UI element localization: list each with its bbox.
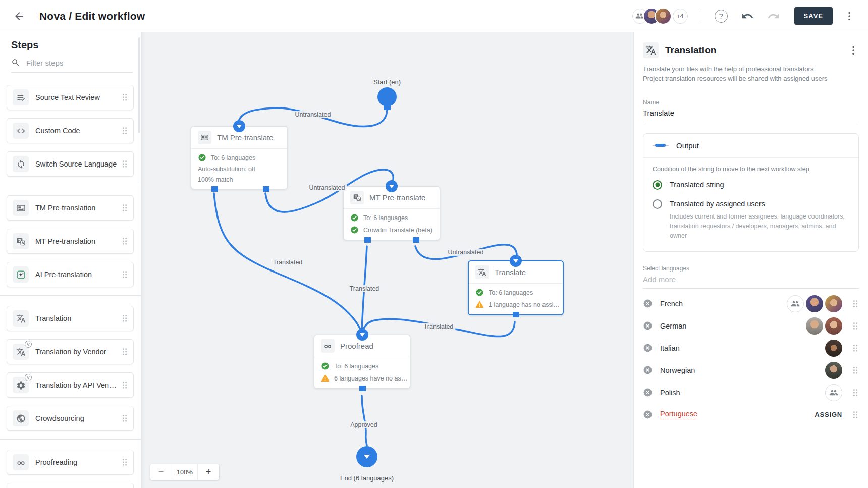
zoom-in-button[interactable]: + <box>198 464 219 480</box>
remove-language-icon[interactable] <box>643 365 653 375</box>
radio-translated-string[interactable]: Translated string <box>653 180 849 190</box>
sidebar-step-custom-code[interactable]: Custom Code <box>7 118 134 143</box>
output-connector[interactable] <box>513 312 519 317</box>
filter-steps-input[interactable] <box>26 59 133 67</box>
description-line: translation requestors / developers, man… <box>670 223 836 239</box>
drag-handle-icon[interactable] <box>121 414 128 423</box>
assignee-avatar[interactable] <box>806 295 823 312</box>
assignee-avatar[interactable] <box>825 340 842 357</box>
drag-handle-icon[interactable] <box>121 237 128 246</box>
sidebar-step-translation-by-api-vendor[interactable]: V Translation by API Ven… <box>7 372 134 398</box>
output-connector[interactable] <box>413 237 419 243</box>
node-proofread[interactable]: Proofread To: 6 languages 6 languages ha… <box>314 335 410 389</box>
team-avatar[interactable] <box>787 295 804 312</box>
output-connector[interactable] <box>364 237 371 243</box>
step-label: Custom Code <box>35 127 121 135</box>
drag-handle-icon[interactable] <box>852 388 859 397</box>
redo-icon[interactable] <box>767 10 780 23</box>
output-connector[interactable] <box>211 186 218 192</box>
drag-handle-icon[interactable] <box>852 366 859 375</box>
sidebar-step-proofreading[interactable]: Proofreading <box>7 450 134 475</box>
sidebar-step-translation[interactable]: Translation <box>7 306 134 331</box>
language-name: French <box>660 300 683 308</box>
drag-handle-icon[interactable] <box>121 381 128 390</box>
drag-handle-icon[interactable] <box>852 321 859 331</box>
panel-description: Translate your files with the help of pr… <box>643 65 859 84</box>
remove-language-icon[interactable] <box>643 410 653 419</box>
node-title: TM Pre-translate <box>217 133 274 142</box>
panel-options-icon[interactable] <box>848 45 859 56</box>
help-icon[interactable]: ? <box>715 10 728 23</box>
drag-handle-icon[interactable] <box>121 458 128 467</box>
radio-translated-by-assigned[interactable]: Translated by assigned users <box>653 199 849 209</box>
language-row-french: French <box>643 293 859 315</box>
radio-selected-icon[interactable] <box>653 180 662 190</box>
filter-steps-field[interactable] <box>11 58 133 73</box>
drag-handle-icon[interactable] <box>852 299 859 308</box>
remove-language-icon[interactable] <box>643 321 653 331</box>
start-node[interactable] <box>377 87 397 106</box>
sidebar-step-mt-pre-translation[interactable]: MT Pre-translation <box>7 229 134 254</box>
input-connector[interactable] <box>510 255 522 267</box>
sync-icon <box>13 156 29 172</box>
more-collaborators-badge[interactable]: +4 <box>673 9 688 24</box>
input-connector[interactable] <box>233 120 245 132</box>
assign-button[interactable]: ASSIGN <box>815 411 842 418</box>
sidebar-scrollbar[interactable] <box>138 37 140 133</box>
add-language-input[interactable] <box>643 272 859 289</box>
sidebar-step-crowdsourcing[interactable]: Crowdsourcing <box>7 406 134 431</box>
assignee-avatar[interactable] <box>825 295 842 312</box>
node-tm-pre-translate[interactable]: TM Pre-translate To: 6 languages Auto-su… <box>191 126 288 189</box>
drag-handle-icon[interactable] <box>852 344 859 353</box>
output-connector[interactable] <box>263 186 269 192</box>
drag-handle-icon[interactable] <box>121 314 128 323</box>
sidebar-step-partial[interactable] <box>7 483 134 488</box>
drag-handle-icon[interactable] <box>121 270 128 279</box>
drag-handle-icon[interactable] <box>121 93 128 102</box>
group-divider <box>0 185 141 185</box>
team-avatar[interactable] <box>825 384 842 401</box>
name-input[interactable] <box>643 106 859 122</box>
end-node[interactable] <box>356 446 377 467</box>
sidebar-step-translation-by-vendor[interactable]: V Translation by Vendor <box>7 339 134 364</box>
output-connector[interactable] <box>359 386 366 391</box>
node-translate[interactable]: Translate To: 6 languages 1 language has… <box>468 260 564 315</box>
assignee-avatar[interactable] <box>825 362 842 379</box>
drag-handle-icon[interactable] <box>121 347 128 356</box>
drag-handle-icon[interactable] <box>121 126 128 135</box>
workflow-canvas[interactable]: Untranslated Untranslated Untranslated T… <box>141 32 633 488</box>
globe-icon <box>13 410 29 426</box>
remove-language-icon[interactable] <box>643 388 653 397</box>
step-label: AI Pre-translation <box>35 270 121 279</box>
sidebar-step-source-text-review[interactable]: Source Text Review <box>7 85 134 110</box>
step-label: Source Text Review <box>35 93 121 101</box>
save-button[interactable]: SAVE <box>794 7 833 25</box>
remove-language-icon[interactable] <box>643 343 653 353</box>
step-label: MT Pre-translation <box>35 237 121 245</box>
input-connector[interactable] <box>356 329 368 341</box>
output-card: Output Condition of the string to move t… <box>643 133 859 252</box>
assignee-avatar[interactable] <box>825 317 842 335</box>
zoom-out-button[interactable]: − <box>150 464 172 480</box>
node-mt-pre-translate[interactable]: MT Pre-translate To: 6 languages Crowdin… <box>343 186 440 240</box>
avatar[interactable] <box>656 9 671 24</box>
radio-label: Translated by assigned users <box>670 200 765 208</box>
language-name: German <box>660 322 686 330</box>
back-icon[interactable] <box>13 10 25 22</box>
sidebar-step-tm-pre-translation[interactable]: TM Pre-translation <box>7 195 134 221</box>
description-line: Includes current and former assignees, l… <box>670 213 845 220</box>
radio-unselected-icon[interactable] <box>653 199 662 209</box>
assignee-avatar[interactable] <box>806 317 823 335</box>
drag-handle-icon[interactable] <box>852 410 859 419</box>
sidebar-step-switch-source-language[interactable]: Switch Source Language <box>7 151 134 177</box>
remove-language-icon[interactable] <box>643 299 653 308</box>
drag-handle-icon[interactable] <box>121 159 128 169</box>
translate-icon <box>13 310 29 327</box>
sidebar-step-ai-pre-translation[interactable]: AI Pre-translation <box>7 262 134 287</box>
machine-translate-icon <box>350 191 364 204</box>
input-connector[interactable] <box>386 180 398 192</box>
undo-icon[interactable] <box>741 10 754 23</box>
end-node-label: End (6 languages) <box>340 474 394 482</box>
more-options-icon[interactable] <box>844 11 855 22</box>
drag-handle-icon[interactable] <box>121 203 128 212</box>
